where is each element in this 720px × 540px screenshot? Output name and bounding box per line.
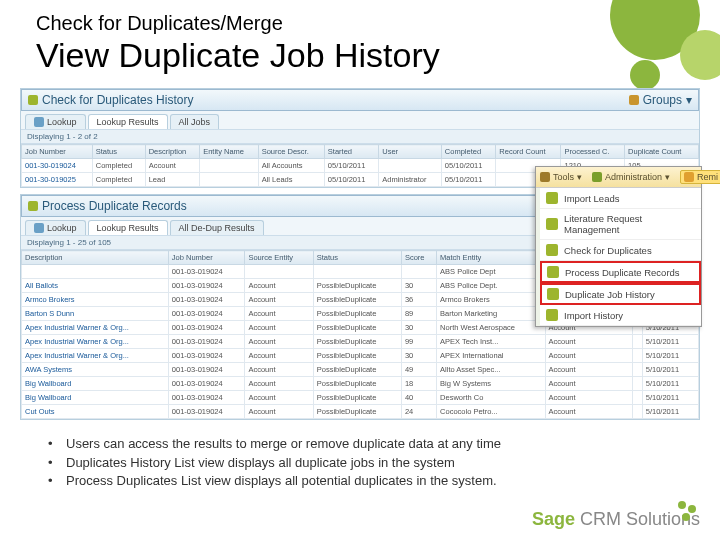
check-icon: [546, 244, 558, 256]
cell: 5/10/2011: [642, 363, 698, 377]
col-header[interactable]: Entity Name: [200, 145, 259, 159]
reminder-trigger[interactable]: Remi: [680, 170, 720, 184]
tab-all-dedup[interactable]: All De-Dup Results: [170, 220, 264, 235]
cell: Big W Systems: [437, 377, 545, 391]
cell: 5/10/2011: [642, 377, 698, 391]
cell: [633, 335, 642, 349]
record-link[interactable]: Cut Outs: [25, 407, 55, 416]
col-header[interactable]: Status: [92, 145, 145, 159]
col-header[interactable]: Job Number: [168, 251, 245, 265]
cell: PossibleDuplicate: [313, 363, 401, 377]
cell: ABS Police Dept: [437, 265, 545, 279]
col-header[interactable]: Description: [22, 251, 169, 265]
cell: PossibleDuplicate: [313, 349, 401, 363]
cell: [633, 349, 642, 363]
col-header[interactable]: User: [379, 145, 442, 159]
record-link[interactable]: Armco Brokers: [25, 295, 75, 304]
table-row[interactable]: Cut Outs001-03-019024AccountPossibleDupl…: [22, 405, 699, 419]
clock-icon: [546, 309, 558, 321]
menu-item-import-leads[interactable]: Import Leads: [540, 188, 701, 209]
cell: 89: [401, 307, 436, 321]
cell: 001-03-019024: [168, 377, 245, 391]
cell: [633, 363, 642, 377]
cell: 30: [401, 349, 436, 363]
gear-icon: [592, 172, 602, 182]
table-row[interactable]: Big Wallboard001-03-019024AccountPossibl…: [22, 377, 699, 391]
history-icon: [28, 95, 38, 105]
record-link[interactable]: Apex Industrial Warner & Org...: [25, 337, 129, 346]
cell: Administrator: [379, 173, 442, 187]
record-link[interactable]: All Ballots: [25, 281, 58, 290]
menu-item-duplicate-history[interactable]: Duplicate Job History: [540, 283, 701, 305]
col-header[interactable]: Source Descr.: [258, 145, 324, 159]
cell: Barton S Dunn: [22, 307, 169, 321]
tools-menu-trigger[interactable]: Tools▾: [540, 172, 582, 182]
job-link[interactable]: 001-30-019024: [25, 161, 76, 170]
col-header[interactable]: Completed: [441, 145, 495, 159]
cell: [633, 377, 642, 391]
cell: Account: [245, 391, 313, 405]
record-link[interactable]: Big Wallboard: [25, 393, 71, 402]
bullet-item: Process Duplicates List view displays al…: [66, 472, 497, 490]
col-header[interactable]: Duplicate Count: [625, 145, 699, 159]
cell: [22, 265, 169, 279]
col-header[interactable]: Description: [145, 145, 199, 159]
cell: Cococolo Petro...: [437, 405, 545, 419]
cell: 001-03-019024: [168, 321, 245, 335]
cell: Big Wallboard: [22, 377, 169, 391]
wrench-icon: [540, 172, 550, 182]
record-link[interactable]: Apex Industrial Warner & Org...: [25, 351, 129, 360]
col-header[interactable]: Record Count: [496, 145, 561, 159]
tab-lookup-results[interactable]: Lookup Results: [88, 114, 168, 129]
table-row[interactable]: AWA Systems001-03-019024AccountPossibleD…: [22, 363, 699, 377]
col-header[interactable]: Status: [313, 251, 401, 265]
cell: Account: [545, 349, 633, 363]
menu-item-check-duplicates[interactable]: Check for Duplicates: [540, 240, 701, 261]
record-link[interactable]: Apex Industrial Warner & Org...: [25, 323, 129, 332]
chevron-down-icon: ▾: [686, 93, 692, 107]
table-row[interactable]: Apex Industrial Warner & Org...001-03-01…: [22, 335, 699, 349]
slide-kicker: Check for Duplicates/Merge: [36, 12, 283, 35]
cell: PossibleDuplicate: [313, 377, 401, 391]
tab-lookup-results[interactable]: Lookup Results: [88, 220, 168, 235]
record-link[interactable]: Big Wallboard: [25, 379, 71, 388]
groups-label[interactable]: Groups: [643, 93, 682, 107]
cell: 001-03-019024: [168, 307, 245, 321]
history-icon: [547, 288, 559, 300]
menu-item-import-history[interactable]: Import History: [540, 305, 701, 326]
table-row[interactable]: Big Wallboard001-03-019024AccountPossibl…: [22, 391, 699, 405]
col-header[interactable]: Score: [401, 251, 436, 265]
cell: ABS Police Dept.: [437, 279, 545, 293]
process-icon: [547, 266, 559, 278]
cell: Apex Industrial Warner & Org...: [22, 321, 169, 335]
menu-item-literature[interactable]: Literature Request Management: [540, 209, 701, 240]
cell: Armco Brokers: [22, 293, 169, 307]
cell: 5/10/2011: [642, 335, 698, 349]
record-link[interactable]: Barton S Dunn: [25, 309, 74, 318]
tab-lookup[interactable]: Lookup: [25, 220, 86, 235]
cell: 99: [401, 335, 436, 349]
col-header[interactable]: Match Entity: [437, 251, 545, 265]
col-header[interactable]: Source Entity: [245, 251, 313, 265]
col-header[interactable]: Processed C.: [561, 145, 625, 159]
col-header[interactable]: Job Number: [22, 145, 93, 159]
cell: Account: [245, 349, 313, 363]
menu-item-process-duplicates[interactable]: Process Duplicate Records: [540, 261, 701, 283]
cell: 001-03-019024: [168, 293, 245, 307]
cell: 5/10/2011: [642, 405, 698, 419]
record-link[interactable]: AWA Systems: [25, 365, 72, 374]
table-row[interactable]: Apex Industrial Warner & Org...001-03-01…: [22, 349, 699, 363]
cell: PossibleDuplicate: [313, 391, 401, 405]
tab-all-jobs[interactable]: All Jobs: [170, 114, 220, 129]
cell: Allto Asset Spec...: [437, 363, 545, 377]
job-link[interactable]: 001-30-019025: [25, 175, 76, 184]
cell: Apex Industrial Warner & Org...: [22, 349, 169, 363]
cell: 5/10/2011: [642, 349, 698, 363]
cell: Account: [545, 363, 633, 377]
tab-lookup[interactable]: Lookup: [25, 114, 86, 129]
col-header[interactable]: Started: [324, 145, 378, 159]
cell: PossibleDuplicate: [313, 335, 401, 349]
admin-menu-trigger[interactable]: Administration▾: [592, 172, 670, 182]
process-icon: [28, 201, 38, 211]
history-tabs: Lookup Lookup Results All Jobs: [21, 111, 699, 130]
